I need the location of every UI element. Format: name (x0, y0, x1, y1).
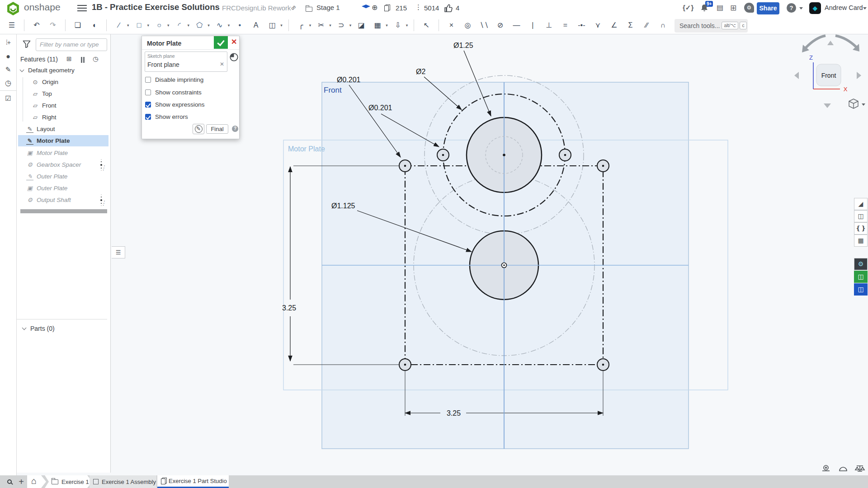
checkbox-disable-imprinting[interactable]: Disable imprinting (145, 76, 203, 83)
point-tool-icon[interactable]: • (233, 21, 246, 29)
dropdown-caret-icon[interactable]: ▾ (349, 23, 352, 28)
robot-extension-button[interactable]: ⚙ (854, 258, 868, 270)
dialog-cancel-button[interactable]: ✕ (231, 38, 237, 46)
hamburger-menu-icon[interactable] (77, 5, 87, 11)
tree-item-gearbox-spacer[interactable]: ⚙ Gearbox Spacer ⋮ (18, 159, 108, 170)
mirror-tool-icon[interactable]: ◪ (355, 21, 368, 29)
share-button[interactable]: Share (757, 2, 779, 14)
rollback-bar[interactable] (20, 209, 107, 213)
document-title[interactable]: 1B - Practice Exercise Solutions (92, 2, 220, 12)
dropdown-caret-icon[interactable]: ▾ (228, 23, 230, 28)
add-folder-icon[interactable]: ⊞ (66, 55, 72, 62)
checkbox-show-constraints[interactable]: Show constraints (145, 89, 202, 96)
tree-item-default-geometry[interactable]: Default geometry (18, 65, 108, 76)
apps-grid-icon[interactable]: ⊞ (730, 3, 736, 13)
tree-item-front[interactable]: ▱ Front (18, 100, 108, 111)
checkbox-show-expressions[interactable]: ✓ Show expressions (145, 101, 205, 108)
views-icon[interactable]: ⋮ (415, 3, 421, 11)
dxf-import-icon[interactable]: ⇩ (392, 21, 404, 29)
user-caret-icon[interactable] (863, 7, 867, 9)
vertical-constraint-icon[interactable]: | (526, 21, 539, 29)
sketch-plane-field[interactable]: Sketch plane Front plane ✕ (145, 52, 227, 72)
midpoint-constraint-icon[interactable]: -•- (575, 21, 588, 29)
final-button[interactable]: Final (206, 124, 228, 134)
symmetric-constraint-icon[interactable]: ⋎ (591, 21, 604, 29)
help-caret-icon[interactable] (799, 7, 803, 9)
concentric-constraint-icon[interactable]: ◎ (461, 21, 474, 29)
configuration-panel-button[interactable]: ◫ (854, 210, 868, 222)
mate-connector-icon[interactable] (229, 52, 239, 62)
dim-width[interactable]: 3.25 (447, 409, 461, 417)
circle-tool-icon[interactable]: ○ (153, 21, 165, 29)
suppress-icon[interactable] (81, 57, 85, 63)
dropdown-caret-icon[interactable]: ▾ (188, 23, 190, 28)
public-icon[interactable]: ⊕ (372, 3, 377, 12)
line-tool-icon[interactable]: ∕ (113, 21, 125, 29)
add-tab-button[interactable]: + (16, 475, 26, 488)
follow-mode-icon[interactable]: ✎ (0, 66, 16, 74)
avatar[interactable]: ◆ (809, 2, 821, 14)
dropdown-caret-icon[interactable]: ▾ (280, 23, 283, 28)
dialog-confirm-button[interactable]: ✓ (214, 36, 228, 49)
tasks-icon[interactable]: ▤ (717, 3, 723, 12)
tree-item-right[interactable]: ▱ Right (18, 112, 108, 123)
comments-icon[interactable]: ● (0, 52, 16, 61)
docs-extension-button[interactable]: ◫ (854, 283, 868, 296)
tree-item-layout[interactable]: ✎ Layout (18, 123, 108, 135)
tab-exercise-1-assembly[interactable]: Exercise 1 Assembly (90, 475, 156, 488)
dimension-tool-icon[interactable]: ↖ (420, 21, 433, 29)
redo-icon[interactable]: ↷ (47, 21, 59, 29)
offset-tool-icon[interactable]: ⊃ (335, 21, 348, 29)
dropdown-caret-icon[interactable]: ▾ (147, 23, 150, 28)
regen-time-icon[interactable]: ◷ (93, 55, 98, 62)
rectangle-tool-icon[interactable]: □ (133, 21, 146, 29)
pattern-tool-icon[interactable]: ▦ (371, 21, 384, 29)
copy-icon[interactable]: ❏ (71, 21, 84, 29)
undo-icon[interactable]: ↶ (30, 21, 43, 29)
sketch-mode-button[interactable]: ✎ (193, 124, 204, 134)
filter-icon[interactable] (23, 40, 31, 48)
tree-item-top[interactable]: ▱ Top (18, 88, 108, 99)
drag-handle-icon[interactable]: ⋮ (100, 164, 102, 166)
dim-hole1[interactable]: Ø0.201 (337, 76, 361, 84)
feature-script-check-icon[interactable]: {✓} (683, 4, 693, 12)
help-icon[interactable]: ? (787, 3, 796, 13)
checkbox-unchecked[interactable] (145, 77, 151, 83)
checkbox-checked[interactable]: ✓ (145, 114, 151, 120)
notifications-bell-icon[interactable] (700, 4, 709, 13)
tree-item-origin[interactable]: ⊙ Origin (18, 76, 108, 88)
release-tasks-icon[interactable]: ☑ (0, 94, 16, 103)
dialog-help-icon[interactable]: ? (232, 126, 238, 132)
tree-item-outer-plate-extrude[interactable]: ▣ Outer Plate (18, 183, 108, 194)
search-tabs-icon[interactable] (4, 475, 15, 488)
sigma-constraint-icon[interactable]: Σ (624, 21, 637, 29)
parts-header[interactable]: Parts (0) (20, 323, 111, 334)
fix-constraint-icon[interactable]: ∕∕ (640, 21, 653, 29)
horizontal-constraint-icon[interactable]: — (510, 21, 523, 29)
dropdown-caret-icon[interactable]: ▾ (386, 23, 388, 28)
ai-assistant-icon[interactable]: ⚙ (744, 3, 754, 13)
view-cube-face-label[interactable]: Front (821, 72, 836, 79)
tab-exercise-1[interactable]: Exercise 1 (45, 475, 92, 488)
slot-tool-icon[interactable]: ◫ (266, 21, 278, 29)
tab-exercise-1-part-studio[interactable]: Exercise 1 Part Studio (157, 475, 229, 488)
dim-bolt-circle[interactable]: Ø2 (416, 68, 425, 75)
feature-list-icon[interactable]: ☰ (5, 21, 18, 29)
tangent-constraint-icon[interactable]: ⊘ (494, 21, 506, 29)
paste-icon[interactable]: ◖ (88, 21, 100, 29)
dim-height[interactable]: 3.25 (282, 304, 296, 312)
onshape-wordmark[interactable]: onshape (24, 2, 61, 13)
clear-selection-icon[interactable]: ✕ (220, 61, 224, 67)
dropdown-caret-icon[interactable]: ▾ (127, 23, 129, 28)
search-tools-input[interactable]: Search tools... alt/⌥ c (675, 19, 748, 33)
equal-constraint-icon[interactable]: = (559, 21, 571, 29)
document-location[interactable]: Stage 1 (316, 4, 340, 11)
library-extension-button[interactable]: ◫ (854, 271, 868, 283)
home-tab[interactable]: ⌂ (27, 475, 46, 488)
dim-hole2[interactable]: Ø0.201 (368, 104, 392, 112)
view-mode-cube-icon[interactable] (849, 99, 865, 108)
versions-icon[interactable]: ⁞+ (0, 39, 16, 46)
tree-item-motor-plate-extrude[interactable]: ▣ Motor Plate (18, 147, 108, 159)
arc-tool-icon[interactable]: ◜ (173, 21, 186, 29)
collapse-panel-button[interactable]: ☰ (112, 246, 125, 258)
